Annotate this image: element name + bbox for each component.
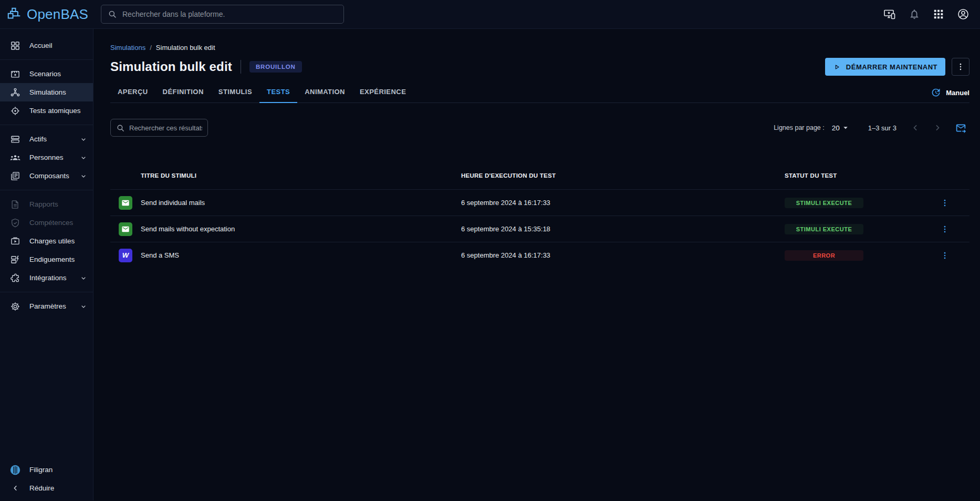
search-icon xyxy=(116,124,125,132)
start-now-button[interactable]: DÉMARRER MAINTENANT xyxy=(825,58,945,76)
main-content: Simulations / Simulation bulk edit Simul… xyxy=(93,29,980,500)
notifications-bell-icon[interactable] xyxy=(909,8,920,20)
email-icon xyxy=(119,196,132,210)
column-header-execution-time: HEURE D'EXECUTION DU TEST xyxy=(461,172,785,179)
pagination: Lignes par page : 20 1–3 sur 3 xyxy=(774,122,969,134)
test-title: Send mails without expectation xyxy=(141,225,461,233)
row-kebab-menu-button[interactable] xyxy=(940,251,950,260)
sidebar-item-simulations[interactable]: Simulations xyxy=(0,83,93,101)
chevron-down-icon xyxy=(79,135,88,144)
pagination-range: 1–3 sur 3 xyxy=(868,124,896,132)
filigran-logo-icon xyxy=(9,464,21,476)
apps-grid-icon[interactable] xyxy=(933,8,944,20)
sidebar-item-endiguements[interactable]: Endiguements xyxy=(0,250,93,269)
results-toolbar: Lignes par page : 20 1–3 sur 3 xyxy=(110,119,969,137)
mode-indicator: Manuel xyxy=(931,87,969,103)
test-execution-time: 6 septembre 2024 à 16:17:33 xyxy=(461,251,785,259)
breadcrumb-current: Simulation bulk edit xyxy=(156,44,215,52)
account-circle-icon[interactable] xyxy=(957,8,969,21)
email-icon xyxy=(119,222,132,236)
title-row: Simulation bulk edit BROUILLON DÉMARRER … xyxy=(110,58,969,76)
sidebar-item-label: Compétences xyxy=(29,219,73,227)
status-badge: STIMULI EXECUTE xyxy=(785,198,863,208)
tests-table: TITRE DU STIMULI HEURE D'EXECUTION DU TE… xyxy=(110,162,969,268)
sidebar-divider xyxy=(0,292,93,292)
results-search-input[interactable] xyxy=(129,124,202,132)
send-mail-export-icon[interactable] xyxy=(955,122,966,134)
rows-per-page-select[interactable]: 20 xyxy=(832,123,850,132)
sidebar-item-competences: Compétences xyxy=(0,213,93,232)
important-devices-icon[interactable] xyxy=(883,8,896,21)
title-divider xyxy=(241,60,241,74)
sidebar-footer: Filigran Réduire xyxy=(0,461,93,500)
openbas-logo-icon xyxy=(6,6,22,22)
shield-check-icon xyxy=(9,218,21,228)
sidebar-item-label: Tests atomiques xyxy=(29,107,81,115)
movie-filter-icon xyxy=(9,69,21,79)
tab-experience[interactable]: EXPÉRIENCE xyxy=(352,88,413,103)
sidebar-item-label: Personnes xyxy=(29,154,64,161)
row-kebab-menu-button[interactable] xyxy=(940,224,950,234)
column-header-title: TITRE DU STIMULI xyxy=(141,172,461,179)
logo-text: OpenBAS xyxy=(27,6,88,23)
chevron-left-icon xyxy=(9,484,21,493)
sidebar-item-personnes[interactable]: Personnes xyxy=(0,148,93,167)
status-badge-draft: BROUILLON xyxy=(249,61,302,73)
gear-icon xyxy=(9,301,21,312)
tabs: APERÇU DÉFINITION STIMULIS TESTS ANIMATI… xyxy=(110,80,969,103)
search-icon xyxy=(108,9,117,19)
results-search[interactable] xyxy=(110,119,208,137)
status-badge: ERROR xyxy=(785,250,863,261)
chevron-down-icon xyxy=(79,274,88,282)
dashboard-icon xyxy=(9,40,21,51)
collapse-label: Réduire xyxy=(29,484,54,492)
sidebar-item-parametres[interactable]: Paramètres xyxy=(0,297,93,315)
sidebar-item-rapports: Rapports xyxy=(0,195,93,213)
platform-search[interactable] xyxy=(101,5,344,24)
tab-definition[interactable]: DÉFINITION xyxy=(155,88,211,103)
sidebar-item-integrations[interactable]: Intégrations xyxy=(0,269,93,287)
breadcrumb-simulations-link[interactable]: Simulations xyxy=(110,44,145,52)
app-logo[interactable]: OpenBAS xyxy=(0,6,93,23)
breadcrumb: Simulations / Simulation bulk edit xyxy=(110,44,969,52)
page-kebab-menu-button[interactable] xyxy=(952,58,969,76)
table-row[interactable]: Send individual mails 6 septembre 2024 à… xyxy=(110,189,969,216)
topbar: OpenBAS xyxy=(0,0,980,29)
sidebar-item-label: Accueil xyxy=(29,42,53,49)
sidebar-item-label: Endiguements xyxy=(29,255,75,263)
sidebar-item-label: Paramètres xyxy=(29,302,66,310)
sidebar-item-actifs[interactable]: Actifs xyxy=(0,130,93,148)
chevron-down-icon xyxy=(79,172,88,180)
collapse-sidebar-button[interactable]: Réduire xyxy=(0,479,93,497)
storage-icon xyxy=(9,134,21,145)
sidebar-divider xyxy=(0,125,93,125)
previous-page-button[interactable] xyxy=(910,122,921,133)
sidebar-item-label: Rapports xyxy=(29,200,58,208)
puzzle-icon xyxy=(9,273,21,283)
tab-animation[interactable]: ANIMATION xyxy=(297,88,352,103)
sidebar-item-scenarios[interactable]: Scenarios xyxy=(0,65,93,83)
update-clock-icon xyxy=(931,87,941,98)
tab-stimulis[interactable]: STIMULIS xyxy=(211,88,259,103)
sidebar-item-tests-atomiques[interactable]: Tests atomiques xyxy=(0,101,93,120)
filigran-label: Filigran xyxy=(29,466,53,474)
tab-tests[interactable]: TESTS xyxy=(259,88,297,103)
tab-apercu[interactable]: APERÇU xyxy=(110,88,155,103)
row-kebab-menu-button[interactable] xyxy=(940,198,950,208)
table-row[interactable]: Send mails without expectation 6 septemb… xyxy=(110,216,969,242)
breadcrumb-separator: / xyxy=(150,44,152,52)
target-icon xyxy=(9,106,21,116)
table-row[interactable]: W Send a SMS 6 septembre 2024 à 16:17:33… xyxy=(110,242,969,268)
next-page-button[interactable] xyxy=(932,122,943,133)
sidebar-item-composants[interactable]: Composants xyxy=(0,167,93,185)
hub-icon xyxy=(9,87,21,98)
article-stack-icon xyxy=(9,171,21,181)
filigran-link[interactable]: Filigran xyxy=(0,461,93,479)
sidebar-item-charges-utiles[interactable]: Charges utiles xyxy=(0,232,93,250)
sidebar-item-accueil[interactable]: Accueil xyxy=(0,36,93,55)
test-title: Send individual mails xyxy=(141,199,461,207)
platform-search-input[interactable] xyxy=(122,10,337,18)
column-header-status: STATUT DU TEST xyxy=(785,172,863,179)
test-title: Send a SMS xyxy=(141,251,461,259)
kebab-icon xyxy=(956,62,965,71)
